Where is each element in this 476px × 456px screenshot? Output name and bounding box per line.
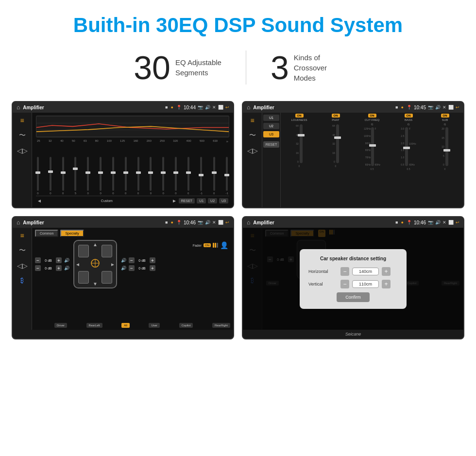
fl-db-value: 0 dB	[42, 259, 54, 262]
eq-slider-9[interactable]: 0	[150, 157, 152, 195]
loudness-toggle[interactable]: ON	[295, 114, 304, 118]
left-arrow[interactable]: ◄	[75, 262, 80, 267]
eq-dot-icon: ●	[171, 105, 173, 110]
rear-left-btn[interactable]: RearLeft	[86, 323, 102, 328]
eq-slider-13[interactable]: -1	[200, 157, 203, 195]
eq-slider-2[interactable]: 0	[62, 157, 64, 195]
eq-prev[interactable]: ◄	[37, 198, 42, 203]
eq-main-area: 25 32 40 50 63 80 100 125 160 200 250 32…	[32, 113, 233, 207]
sub-toggle[interactable]: ON	[441, 114, 449, 118]
specialty-back-icon[interactable]: ↩	[225, 220, 229, 225]
crossover-reset-btn[interactable]: RESET	[263, 141, 279, 148]
preset-u2-btn[interactable]: U2	[263, 123, 279, 129]
preset-u1-btn[interactable]: U1	[263, 115, 279, 121]
down-arrow[interactable]: ▼	[93, 281, 98, 287]
back-icon[interactable]: ↩	[225, 105, 229, 110]
eq-slider-11[interactable]: 0	[175, 157, 177, 195]
crossover-channels: ON LOUDNESS 644832160 0 ON	[281, 113, 463, 207]
fl-plus-btn[interactable]: +	[56, 257, 62, 263]
volume-small-icon[interactable]: ◁▷	[17, 147, 28, 154]
specialty-home-icon[interactable]: ⌂	[17, 219, 20, 226]
user-btn[interactable]: User	[149, 323, 160, 328]
phat-toggle[interactable]: ON	[332, 114, 340, 118]
crossover-back-icon[interactable]: ↩	[456, 105, 459, 110]
eq-slider-5[interactable]: 0	[100, 157, 102, 195]
specialty-time: 10:46	[184, 220, 196, 225]
eq-slider-15[interactable]: -1	[226, 157, 228, 195]
fader-on-badge[interactable]: ON	[204, 243, 211, 247]
eq-slider-1[interactable]: 0	[50, 157, 51, 195]
rr-minus-btn[interactable]: −	[129, 265, 135, 271]
common-tab[interactable]: Common	[35, 230, 58, 237]
driver-btn[interactable]: Driver	[54, 323, 67, 328]
eq-u3-btn[interactable]: U3	[219, 198, 228, 203]
cutfreq-toggle[interactable]: ON	[368, 114, 376, 118]
home-icon[interactable]: ⌂	[17, 104, 20, 111]
horizontal-plus-btn[interactable]: +	[382, 267, 391, 276]
eq-slider-4[interactable]: 0	[87, 157, 89, 195]
eq-slider-12[interactable]: 0	[187, 157, 189, 195]
sub-slider[interactable]	[445, 127, 448, 166]
specialty-volume-icon: 🔊	[205, 220, 210, 225]
all-btn[interactable]: All	[121, 323, 130, 328]
crosshair[interactable]	[90, 258, 100, 270]
distance-back-icon[interactable]: ↩	[456, 220, 459, 225]
crossover-eq-icon[interactable]: ≡	[250, 117, 254, 124]
stat-crossover: 3 Kinds ofCrossover Modes	[246, 51, 367, 84]
eq-record-icon: ■	[165, 105, 168, 110]
distance-status-icons: 📍 10:46 📷 🔊 ✕ ⬜ ↩	[407, 220, 459, 225]
fl-minus-btn[interactable]: −	[35, 257, 41, 263]
crossover-wave-icon[interactable]: 〜	[249, 131, 256, 140]
specialty-vol-icon[interactable]: ◁▷	[17, 262, 28, 270]
confirm-button[interactable]: Confirm	[337, 292, 370, 302]
copilot-btn[interactable]: Copilot	[179, 323, 193, 328]
xover-loudness: ON LOUDNESS 644832160 0	[282, 114, 317, 206]
eq-slider-7[interactable]: 0	[125, 157, 127, 195]
rear-right-btn[interactable]: RearRight	[212, 323, 230, 328]
eq-slider-8[interactable]: 0	[137, 157, 139, 195]
eq-slider-6[interactable]: 0	[112, 157, 114, 195]
fr-plus-btn[interactable]: +	[150, 257, 155, 263]
horizontal-minus-btn[interactable]: −	[340, 267, 349, 276]
eq-next[interactable]: ►	[172, 198, 177, 203]
eq-slider-14[interactable]: 0	[213, 157, 215, 195]
eq-icon[interactable]: ≡	[20, 117, 24, 124]
eq-slider-10[interactable]: 0	[162, 157, 164, 195]
loudness-slider[interactable]	[300, 124, 303, 163]
specialty-tab[interactable]: Specialty	[60, 230, 84, 237]
eq-slider-3[interactable]: 5	[74, 157, 76, 195]
specialty-close-icon: ✕	[212, 220, 216, 225]
right-arrow[interactable]: ►	[110, 262, 115, 267]
preset-u3-btn[interactable]: U3	[263, 131, 279, 137]
cutfreq-slider[interactable]	[371, 127, 374, 166]
bass-slider[interactable]	[405, 127, 408, 166]
rl-minus-btn[interactable]: −	[35, 265, 41, 271]
fader-controls: Fader ON 👤	[193, 241, 228, 249]
eq-slider-0[interactable]: 0	[37, 157, 39, 195]
crossover-home-icon[interactable]: ⌂	[247, 104, 250, 111]
eq-reset-btn[interactable]: RESET	[179, 198, 195, 203]
vertical-plus-btn[interactable]: +	[382, 280, 391, 288]
up-arrow[interactable]: ▲	[93, 242, 98, 247]
crossover-vol-icon[interactable]: ◁▷	[247, 147, 258, 154]
distance-home-icon[interactable]: ⌂	[247, 219, 250, 226]
rl-db-value: 0 dB	[42, 267, 54, 270]
crossover-sidebar: ≡ 〜 ◁▷	[243, 113, 262, 207]
stat-crossover-number: 3	[271, 51, 289, 84]
specialty-eq-icon[interactable]: ≡	[20, 232, 24, 239]
eq-u1-btn[interactable]: U1	[197, 198, 206, 203]
specialty-wave-icon[interactable]: 〜	[19, 246, 26, 255]
eq-curve-svg	[36, 116, 229, 137]
speaker-layout-icon[interactable]: 👤	[220, 241, 228, 249]
rl-plus-btn[interactable]: +	[56, 265, 62, 271]
rr-plus-btn[interactable]: +	[150, 265, 155, 271]
phat-slider[interactable]	[336, 124, 339, 163]
bass-toggle[interactable]: ON	[405, 114, 413, 118]
fr-minus-btn[interactable]: −	[129, 257, 135, 263]
specialty-bt-icon[interactable]: ₿	[20, 276, 24, 284]
eq-u2-btn[interactable]: U2	[208, 198, 217, 203]
left-db-controls: − 0 dB + 🔊 − 0 dB + 🔊	[35, 257, 69, 271]
vertical-minus-btn[interactable]: −	[340, 280, 349, 288]
wave-icon[interactable]: 〜	[19, 131, 26, 140]
eq-graph	[36, 116, 229, 137]
